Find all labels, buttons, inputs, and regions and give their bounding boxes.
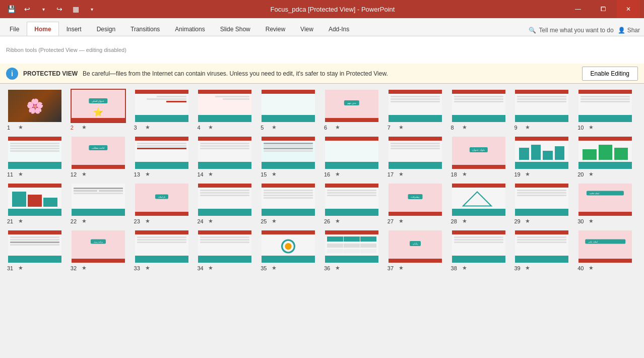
slide-star[interactable]: ★ bbox=[589, 171, 594, 177]
slide-item[interactable]: 35 ★ bbox=[261, 229, 320, 271]
slide-star[interactable]: ★ bbox=[145, 124, 150, 131]
slide-item[interactable]: 39 ★ bbox=[514, 229, 573, 271]
slide-star[interactable]: ★ bbox=[208, 265, 213, 271]
tab-home[interactable]: Home bbox=[27, 22, 58, 36]
slide-item[interactable]: 36 ★ bbox=[324, 229, 383, 271]
slide-thumbnail[interactable] bbox=[388, 136, 443, 170]
slide-thumbnail[interactable] bbox=[577, 89, 633, 123]
slide-item[interactable]: 10 ★ bbox=[577, 89, 637, 131]
slide-item[interactable]: 4 ★ bbox=[197, 89, 256, 131]
slide-thumbnail[interactable]: متن مهم bbox=[324, 89, 379, 123]
slide-item[interactable]: 9 ★ bbox=[514, 89, 573, 131]
slide-thumbnail[interactable] bbox=[7, 183, 62, 217]
slide-item[interactable]: 31 ★ bbox=[7, 229, 67, 271]
slide-item[interactable]: 28 ★ bbox=[451, 183, 510, 224]
slide-thumbnail[interactable]: ادامه مطلب bbox=[71, 136, 126, 170]
slide-thumbnail[interactable] bbox=[577, 136, 633, 170]
slide-item[interactable]: 25 ★ bbox=[261, 183, 320, 224]
tab-review[interactable]: Review bbox=[258, 22, 293, 36]
slide-thumbnail[interactable] bbox=[451, 229, 506, 264]
undo-arrow[interactable]: ▾ bbox=[36, 2, 50, 16]
slide-star[interactable]: ★ bbox=[399, 171, 404, 177]
slide-item[interactable]: اسلاید خلاصه 30 ★ bbox=[577, 183, 637, 224]
slide-star[interactable]: ★ bbox=[525, 265, 530, 271]
slide-panel[interactable]: 🌸 1 ★ عنوان اصلی ⭐ 2 ★ bbox=[0, 84, 644, 358]
ribbon-share[interactable]: 👤 Shar bbox=[614, 27, 644, 36]
slide-thumbnail[interactable] bbox=[197, 183, 252, 217]
slide-thumbnail[interactable]: نام اسلاید bbox=[134, 183, 189, 217]
slide-item[interactable]: پایان 37 ★ bbox=[388, 229, 447, 271]
restore-button[interactable]: ⧠ bbox=[592, 0, 615, 18]
slide-star[interactable]: ★ bbox=[82, 218, 87, 224]
tab-file[interactable]: File bbox=[2, 22, 27, 36]
slide-star[interactable]: ★ bbox=[18, 265, 23, 271]
save-button[interactable]: 💾 bbox=[4, 2, 18, 16]
slide-item[interactable]: 34 ★ bbox=[197, 229, 256, 271]
slide-item[interactable]: 29 ★ bbox=[514, 183, 573, 224]
slide-thumbnail[interactable]: 🌸 bbox=[7, 89, 62, 123]
slide-item[interactable]: 20 ★ bbox=[577, 136, 637, 177]
slide-item[interactable]: 26 ★ bbox=[324, 183, 383, 224]
slide-star[interactable]: ★ bbox=[82, 124, 87, 131]
slide-thumbnail[interactable] bbox=[514, 183, 569, 217]
slide-item[interactable]: ادامه مطلب 12 ★ bbox=[71, 136, 130, 177]
enable-editing-button[interactable]: Enable Editing bbox=[582, 67, 638, 81]
slide-star[interactable]: ★ bbox=[145, 265, 150, 271]
slide-item[interactable]: 13 ★ bbox=[134, 136, 194, 177]
slide-item[interactable]: برنامه ریزی 32 ★ bbox=[71, 229, 130, 271]
slide-star[interactable]: ★ bbox=[462, 124, 467, 131]
slide-item[interactable]: 17 ★ bbox=[388, 136, 447, 177]
slide-item[interactable]: 21 ★ bbox=[7, 183, 67, 224]
slide-item[interactable]: 🌸 1 ★ bbox=[7, 89, 67, 131]
slide-star[interactable]: ★ bbox=[335, 265, 340, 271]
slide-item[interactable]: 7 ★ bbox=[388, 89, 447, 131]
present-button[interactable]: ▦ bbox=[69, 2, 83, 16]
slide-thumbnail[interactable] bbox=[197, 229, 252, 264]
slide-item[interactable]: 15 ★ bbox=[261, 136, 320, 177]
slide-star[interactable]: ★ bbox=[145, 171, 150, 177]
slide-item[interactable]: 11 ★ bbox=[7, 136, 67, 177]
slide-item[interactable]: 3 ★ bbox=[134, 89, 194, 131]
slide-thumbnail[interactable] bbox=[514, 89, 569, 123]
slide-star[interactable]: ★ bbox=[208, 218, 213, 224]
slide-item[interactable]: 5 ★ bbox=[261, 89, 320, 131]
slide-star[interactable]: ★ bbox=[335, 218, 340, 224]
slide-item[interactable]: 24 ★ bbox=[197, 183, 256, 224]
slide-item[interactable]: پیشرفت 27 ★ bbox=[388, 183, 447, 224]
slide-star[interactable]: ★ bbox=[589, 218, 594, 224]
redo-button[interactable]: ↪ bbox=[52, 2, 67, 16]
slide-star[interactable]: ★ bbox=[145, 218, 150, 224]
slide-star[interactable]: ★ bbox=[18, 218, 23, 224]
slide-thumbnail[interactable]: برنامه ریزی bbox=[71, 229, 126, 264]
slide-thumbnail[interactable] bbox=[134, 229, 189, 264]
ribbon-search[interactable]: 🔍 Tell me what you want to do bbox=[529, 27, 614, 36]
slide-star[interactable]: ★ bbox=[272, 124, 277, 131]
slide-thumbnail[interactable] bbox=[7, 229, 62, 264]
slide-star[interactable]: ★ bbox=[208, 124, 213, 131]
slide-star[interactable]: ★ bbox=[399, 265, 404, 271]
slide-thumbnail[interactable] bbox=[451, 183, 506, 217]
slide-item[interactable]: متن مهم 6 ★ bbox=[324, 89, 383, 131]
slide-star[interactable]: ★ bbox=[462, 171, 467, 177]
slide-thumbnail[interactable]: اسلاید پایانی bbox=[577, 229, 633, 264]
slide-thumbnail[interactable] bbox=[451, 89, 506, 123]
slide-star[interactable]: ★ bbox=[399, 218, 404, 224]
slide-thumbnail[interactable] bbox=[197, 89, 252, 123]
slide-star[interactable]: ★ bbox=[462, 218, 467, 224]
tab-view[interactable]: View bbox=[293, 22, 321, 36]
slide-item[interactable]: 8 ★ bbox=[451, 89, 510, 131]
slide-star[interactable]: ★ bbox=[525, 171, 530, 177]
slide-thumbnail[interactable] bbox=[388, 89, 443, 123]
slide-star[interactable]: ★ bbox=[272, 265, 277, 271]
slide-star[interactable]: ★ bbox=[208, 171, 213, 177]
slide-thumbnail[interactable]: بلوک عنوان bbox=[451, 136, 506, 170]
slide-thumbnail[interactable] bbox=[324, 229, 379, 264]
tab-addins[interactable]: Add-Ins bbox=[321, 22, 357, 36]
search-label[interactable]: Tell me what you want to do bbox=[539, 27, 614, 34]
slide-thumbnail[interactable]: عنوان اصلی ⭐ bbox=[71, 89, 126, 123]
slide-thumbnail[interactable] bbox=[261, 229, 316, 264]
slide-item[interactable]: اسلاید پایانی 40 ★ bbox=[577, 229, 637, 271]
slide-star[interactable]: ★ bbox=[18, 171, 23, 177]
slide-thumbnail[interactable] bbox=[514, 136, 569, 170]
slide-thumbnail[interactable] bbox=[261, 136, 316, 170]
